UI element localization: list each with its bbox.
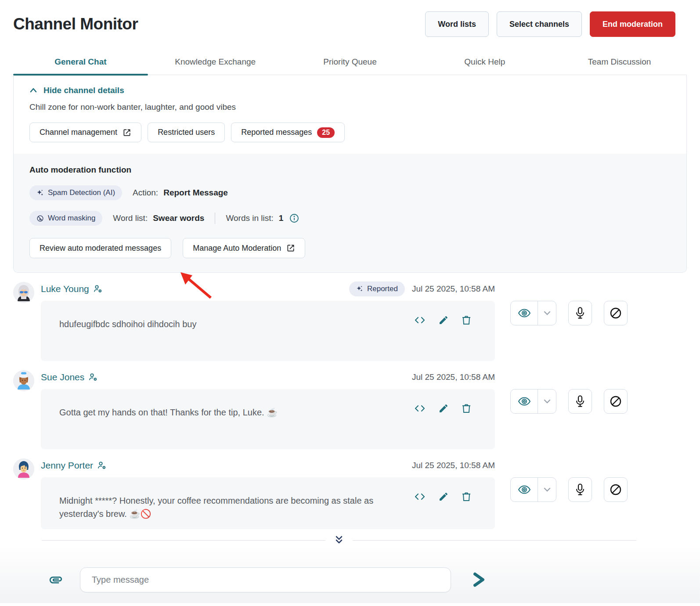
restricted-users-label: Restricted users — [158, 128, 215, 137]
spam-detection-row: Spam Detection (AI) Action: Report Messa… — [29, 185, 671, 200]
auto-moderation-heading: Auto moderation function — [29, 165, 671, 175]
avatar-jenny-porter — [13, 458, 34, 480]
edit-pencil-icon[interactable] — [438, 403, 449, 417]
delete-trash-icon[interactable] — [462, 315, 471, 329]
message-text: Midnight *****? Honestly, your coffee re… — [59, 496, 373, 519]
ai-sparkle-icon — [356, 285, 363, 292]
auto-moderation-buttons: Review auto moderated messages Manage Au… — [29, 238, 671, 258]
words-in-list-label: Words in list: — [226, 213, 273, 223]
message-header: Jenny Porter Jul 25 2025, 10:58 AM — [41, 458, 495, 473]
external-link-icon — [286, 244, 295, 252]
restricted-users-button[interactable]: Restricted users — [148, 123, 225, 142]
hide-channel-details-toggle[interactable]: Hide channel details — [14, 75, 686, 95]
external-link-icon — [123, 128, 131, 137]
channel-actions-row: Channel management Restricted users Repo… — [14, 112, 686, 142]
scroll-down-divider — [42, 535, 636, 545]
delete-trash-icon[interactable] — [462, 403, 471, 417]
channel-details-card: Hide channel details Chill zone for non-… — [13, 75, 687, 273]
reported-badge-label: Reported — [367, 285, 398, 293]
mute-microphone-button[interactable] — [568, 477, 592, 502]
edit-pencil-icon[interactable] — [438, 315, 449, 329]
message-list: Luke Young Reported Jul 25 2025, 10:58 A… — [13, 282, 687, 529]
author-name: Jenny Porter — [41, 460, 93, 471]
block-user-button[interactable] — [604, 301, 628, 325]
author-name: Sue Jones — [41, 372, 84, 382]
channel-management-button[interactable]: Channel management — [29, 123, 141, 142]
message-actions — [510, 301, 687, 325]
tab-team-discussion[interactable]: Team Discussion — [552, 51, 687, 75]
tab-priority-queue[interactable]: Priority Queue — [283, 51, 418, 75]
chevron-down-icon[interactable] — [538, 478, 556, 501]
message-actions — [510, 477, 687, 502]
block-user-button[interactable] — [604, 389, 628, 414]
select-channels-button[interactable]: Select channels — [497, 11, 582, 37]
message-header: Luke Young Reported Jul 25 2025, 10:58 A… — [41, 282, 495, 296]
message-bubble: Gotta get my hands on that! Thanks for t… — [41, 389, 495, 449]
message-meta: Reported Jul 25 2025, 10:58 AM — [349, 281, 495, 296]
header-actions: Word lists Select channels End moderatio… — [425, 11, 675, 37]
message-input[interactable] — [80, 567, 451, 592]
attach-paperclip-icon[interactable] — [48, 572, 63, 587]
user-gear-icon — [89, 373, 97, 382]
chevron-down-icon[interactable] — [538, 390, 556, 413]
tab-knowledge-exchange[interactable]: Knowledge Exchange — [148, 51, 283, 75]
delete-trash-icon[interactable] — [462, 491, 471, 505]
chevron-down-icon[interactable] — [538, 301, 556, 325]
page-title: Channel Monitor — [13, 15, 138, 33]
author-link-luke-young[interactable]: Luke Young — [41, 284, 102, 294]
message-composer — [0, 545, 700, 603]
eye-icon[interactable] — [511, 301, 538, 325]
tab-general-chat[interactable]: General Chat — [13, 51, 148, 75]
visibility-split-button — [510, 389, 556, 414]
tab-quick-help[interactable]: Quick Help — [417, 51, 552, 75]
word-list-value: Swear words — [153, 213, 204, 223]
message-row-luke-young: Luke Young Reported Jul 25 2025, 10:58 A… — [13, 282, 687, 361]
edit-pencil-icon[interactable] — [438, 491, 449, 505]
end-moderation-button[interactable]: End moderation — [590, 11, 675, 37]
message-meta: Jul 25 2025, 10:58 AM — [412, 372, 495, 382]
send-icon[interactable] — [470, 572, 486, 588]
reported-messages-button[interactable]: Reported messages 25 — [231, 123, 345, 142]
block-user-button[interactable] — [604, 477, 628, 502]
author-link-sue-jones[interactable]: Sue Jones — [41, 372, 97, 382]
manage-auto-moderation-label: Manage Auto Moderation — [193, 244, 281, 253]
review-auto-moderated-button[interactable]: Review auto moderated messages — [29, 238, 171, 258]
message-meta: Jul 25 2025, 10:58 AM — [412, 461, 495, 470]
message-row-sue-jones: Sue Jones Jul 25 2025, 10:58 AM Gotta ge… — [13, 370, 687, 449]
message-actions — [510, 389, 687, 414]
avatar-sue-jones — [13, 370, 34, 391]
bubble-tools — [414, 491, 471, 505]
message-row-jenny-porter: Jenny Porter Jul 25 2025, 10:58 AM Midni… — [13, 458, 687, 529]
code-icon[interactable] — [414, 315, 426, 329]
hide-channel-details-label: Hide channel details — [43, 86, 124, 95]
info-icon[interactable] — [289, 213, 299, 223]
message-timestamp: Jul 25 2025, 10:58 AM — [412, 284, 495, 294]
mute-microphone-button[interactable] — [568, 389, 592, 414]
visibility-split-button — [510, 301, 556, 325]
visibility-split-button — [510, 477, 556, 502]
message-bubble: Midnight *****? Honestly, your coffee re… — [41, 477, 495, 529]
action-value: Report Message — [163, 188, 228, 198]
vertical-divider — [215, 213, 215, 224]
eye-icon[interactable] — [511, 390, 538, 413]
code-icon[interactable] — [414, 491, 426, 505]
mute-microphone-button[interactable] — [568, 301, 592, 325]
channel-tabs: General Chat Knowledge Exchange Priority… — [13, 51, 687, 75]
code-icon[interactable] — [414, 403, 426, 417]
double-chevron-down-icon[interactable] — [335, 535, 343, 545]
message-main: Luke Young Reported Jul 25 2025, 10:58 A… — [41, 282, 495, 361]
message-bubble: hdufeugifbdc sdhoihoi dihdocih buy — [41, 301, 495, 361]
words-in-list-value: 1 — [279, 213, 284, 223]
manage-auto-moderation-button[interactable]: Manage Auto Moderation — [183, 238, 305, 258]
eye-icon[interactable] — [511, 478, 538, 501]
word-lists-button[interactable]: Word lists — [425, 11, 489, 37]
message-header: Sue Jones Jul 25 2025, 10:58 AM — [41, 370, 495, 384]
auto-moderation-panel: Auto moderation function Spam Detection … — [14, 154, 686, 272]
user-gear-icon — [94, 285, 102, 293]
message-main: Jenny Porter Jul 25 2025, 10:58 AM Midni… — [41, 458, 495, 529]
word-masking-row: Word masking Word list: Swear words Word… — [29, 211, 671, 226]
ai-sparkle-icon — [36, 189, 44, 197]
review-auto-moderated-label: Review auto moderated messages — [40, 244, 161, 253]
author-link-jenny-porter[interactable]: Jenny Porter — [41, 460, 106, 471]
channel-description: Chill zone for non-work banter, laughter… — [14, 95, 686, 112]
